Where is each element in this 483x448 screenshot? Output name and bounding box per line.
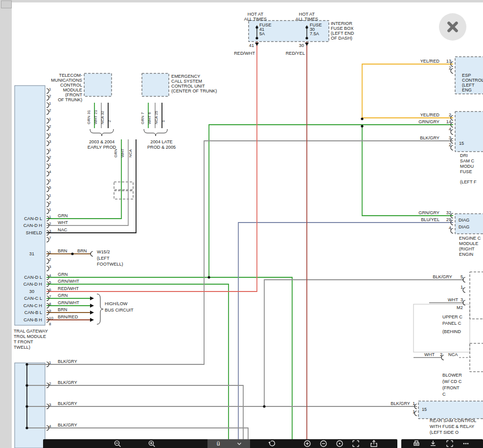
diagram-label: WHT <box>58 220 68 225</box>
diagram-label-rotated: WHT 21 <box>93 110 98 124</box>
diagram-label: 1 <box>413 401 415 406</box>
pin-socket <box>463 288 465 292</box>
collapse-tool-button[interactable] <box>229 439 250 448</box>
diagram-label: MODULE <box>459 241 478 246</box>
diagram-label: GRN <box>58 213 68 218</box>
pin-number: 4 <box>49 273 51 278</box>
diagram-label: W15/2 <box>97 249 110 254</box>
diagram-label: TWELL) <box>14 345 30 350</box>
diagram-label: DRI <box>460 153 468 158</box>
diagram-label: 13 <box>446 59 451 64</box>
diagram-label: (FRONT <box>442 385 460 390</box>
wire-grn <box>46 139 121 219</box>
tool-label: ü <box>217 440 220 447</box>
magnifier-minus-glyph <box>118 445 120 447</box>
pin-number: 5 <box>49 280 51 285</box>
diagram-label: C <box>442 392 446 397</box>
diagram-label: OF DASH) <box>331 36 352 41</box>
share-icon <box>367 439 381 448</box>
page-tool-button[interactable]: ü <box>207 439 229 448</box>
diagram-label: BRN/RED <box>58 314 78 319</box>
print-icon <box>410 439 423 448</box>
diagram-label: 15 <box>459 141 464 146</box>
junction-dot <box>207 276 210 278</box>
open-external-button[interactable] <box>443 439 457 448</box>
diagram-label: CAN-C H <box>23 303 42 308</box>
share-button[interactable] <box>367 439 381 448</box>
diagram-label: T FRONT <box>14 339 33 344</box>
expand-icon <box>443 439 457 448</box>
wire-grn <box>209 125 453 277</box>
diagram-label: 2 <box>449 112 451 117</box>
zoom-in-button[interactable] <box>145 439 159 448</box>
menu-button[interactable] <box>459 439 473 448</box>
diagram-label: CAN-C L <box>24 296 42 301</box>
pin-number: 9 <box>49 309 51 313</box>
diagram-label: NCA <box>448 352 458 357</box>
pin-number: 1 <box>49 87 51 91</box>
print-button[interactable] <box>410 439 423 448</box>
diagram-label: 2 <box>449 142 451 147</box>
junction-dot <box>305 37 308 39</box>
diagram-label: TELECOM- <box>59 73 82 78</box>
close-button[interactable] <box>439 13 466 41</box>
diagram-label-rotated: GRN 31 <box>87 110 91 124</box>
pin-number: 3 <box>49 265 51 269</box>
wire-grn <box>362 125 453 216</box>
diagram-label: ENGIN <box>459 252 473 257</box>
junction-dot <box>25 363 28 365</box>
diagram-label-rotated: 2 <box>107 120 112 122</box>
pin-number: 8 <box>49 302 51 306</box>
diagram-label: CALL SYSTEM <box>171 79 202 84</box>
diagram-label: RED/YEL <box>286 51 305 56</box>
download-icon <box>426 439 440 448</box>
pin-number: 3 <box>49 139 51 144</box>
diagram-label: CAN-D H <box>23 223 42 228</box>
rotate-button[interactable] <box>265 439 279 448</box>
feed-arrow <box>255 43 259 46</box>
diagram-label: BLK/GRY <box>58 401 77 406</box>
diagram-label: GRN/WHT <box>58 300 79 305</box>
zoom-out-alt-button[interactable] <box>317 439 330 448</box>
module-box <box>15 363 45 448</box>
diagram-label: CAN-D H <box>23 282 42 287</box>
pin-number: 1 <box>49 117 51 121</box>
diagram-label: BUS CIRCUIT <box>105 308 134 313</box>
diagram-label-rotated: WHT 6 <box>147 112 152 124</box>
diagram-label: (W/ CD C <box>442 379 462 384</box>
diagram-label: YEL/RED <box>420 59 440 64</box>
diagram-label: RED/WHT <box>234 51 255 56</box>
pin-number: 7 <box>49 294 51 299</box>
pin-number: 6 <box>49 288 51 292</box>
diagram-label: PANEL C <box>442 321 461 326</box>
caret-down-icon <box>229 439 250 448</box>
magnifier-minus-icon <box>111 439 124 448</box>
zoom-in-alt-button[interactable] <box>300 439 314 448</box>
diagram-label: 4 <box>449 225 451 230</box>
pin-number: 4 <box>49 170 51 174</box>
diagram-label: 2004 LATE <box>150 139 172 144</box>
diagram-label: (LEFT F <box>460 179 477 184</box>
group-brace <box>97 294 103 324</box>
diagram-label: EARLY PROD <box>88 145 116 150</box>
diagram-label: FUSE BOX <box>331 26 353 31</box>
pin-number: 1 <box>49 148 51 152</box>
diagram-label: GRN <box>58 272 68 277</box>
pin-number: 8 <box>49 322 51 326</box>
circle-minus-icon <box>317 439 330 448</box>
junction-dot <box>255 26 258 28</box>
diagram-label: BLK/GRY <box>58 359 77 364</box>
reset-view-button[interactable] <box>333 439 346 448</box>
diagram-label: 15 <box>422 407 427 412</box>
diagram-label: TRAL GATEWAY <box>14 329 48 334</box>
diagram-label: BRN <box>77 248 87 253</box>
download-button[interactable] <box>426 439 440 448</box>
wire-arrow <box>90 304 94 308</box>
fullscreen-button[interactable] <box>349 439 363 448</box>
diagram-label: (LEFT SIDE O <box>430 430 459 435</box>
junction-dot <box>263 405 265 407</box>
wiring-diagram: HOT ATALL TIMESHOT ATALL TIMESFUSE415AFU… <box>0 0 483 448</box>
diagram-label: (LEFT <box>462 83 475 88</box>
zoom-out-button[interactable] <box>111 439 124 448</box>
circle-dot-glyph <box>339 443 340 444</box>
